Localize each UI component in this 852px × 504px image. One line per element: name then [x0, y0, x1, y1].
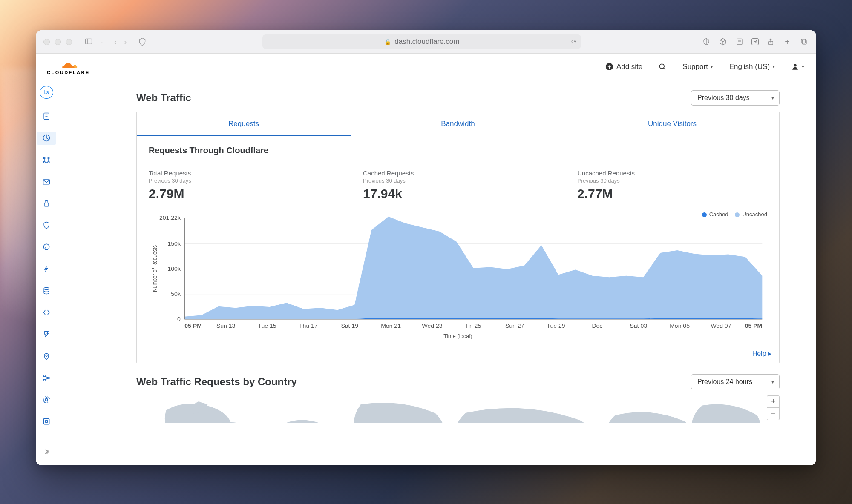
- add-site-button[interactable]: + Add site: [606, 63, 642, 71]
- help-link[interactable]: Help ▸: [752, 350, 771, 357]
- reader-icon[interactable]: [735, 37, 744, 46]
- support-menu[interactable]: Support▼: [682, 63, 714, 71]
- address-bar[interactable]: 🔒 dash.cloudflare.com ⟳: [262, 34, 581, 49]
- svg-point-25: [43, 375, 45, 377]
- tab-requests[interactable]: Requests: [137, 112, 351, 136]
- extension-r-icon[interactable]: R: [751, 38, 759, 45]
- sidebar-item-ssl[interactable]: [37, 197, 56, 210]
- traffic-range-select[interactable]: Previous 30 days ▼: [691, 90, 780, 106]
- cloud-icon: [58, 59, 79, 69]
- sidebar-item-workers[interactable]: [37, 306, 56, 319]
- cloudflare-logo[interactable]: CLOUDFLARE: [47, 59, 90, 75]
- minimize-window-button[interactable]: [55, 39, 61, 45]
- shield-half-icon[interactable]: [702, 37, 711, 46]
- cube-icon[interactable]: [718, 37, 728, 46]
- svg-text:150k: 150k: [168, 241, 181, 247]
- chevron-down-icon: ▼: [771, 64, 776, 69]
- svg-point-26: [47, 377, 49, 379]
- svg-point-28: [45, 398, 47, 401]
- svg-point-23: [44, 287, 49, 289]
- sidebar-item-network[interactable]: [37, 349, 56, 363]
- svg-point-24: [46, 355, 47, 356]
- reload-icon[interactable]: ⟳: [571, 38, 577, 46]
- svg-text:Fri 25: Fri 25: [466, 323, 481, 329]
- plus-circle-icon: +: [606, 63, 613, 70]
- svg-rect-21: [44, 203, 49, 206]
- map-zoom-out-button[interactable]: −: [767, 408, 779, 420]
- svg-line-10: [664, 68, 665, 69]
- svg-point-30: [45, 420, 48, 423]
- sidebar-item-custom-pages[interactable]: [37, 393, 56, 406]
- legend-dot-uncached: [735, 212, 740, 217]
- svg-point-9: [660, 64, 665, 69]
- map-zoom-controls: + −: [767, 395, 780, 420]
- svg-text:05 PM: 05 PM: [184, 323, 202, 329]
- sidebar-item-stream[interactable]: [37, 415, 56, 428]
- svg-point-11: [794, 64, 796, 66]
- tab-bandwidth[interactable]: Bandwidth: [351, 112, 565, 136]
- url-text: dash.cloudflare.com: [394, 37, 459, 46]
- zoom-window-button[interactable]: [66, 39, 72, 45]
- sidebar-item-traffic[interactable]: [37, 371, 56, 384]
- svg-text:Wed 23: Wed 23: [422, 323, 442, 329]
- stat-cached: Cached Requests Previous 30 days 17.94k: [351, 163, 565, 209]
- browser-window: ⌄ ‹ › 🔒 dash.cloudflare.com ⟳ R +: [36, 30, 816, 465]
- sidebar-item-overview[interactable]: [37, 110, 56, 123]
- svg-text:Sun 27: Sun 27: [505, 323, 524, 329]
- map-zoom-in-button[interactable]: +: [767, 396, 779, 408]
- svg-text:Mon 05: Mon 05: [670, 323, 690, 329]
- sidebar-toggle-icon[interactable]: [84, 37, 93, 46]
- search-icon[interactable]: [658, 62, 667, 72]
- logo-text: CLOUDFLARE: [47, 70, 90, 75]
- requests-chart: Cached Uncached 050k100k150k201.22kNumbe…: [149, 213, 767, 345]
- svg-text:0: 0: [177, 316, 181, 322]
- share-icon[interactable]: [766, 37, 775, 46]
- browser-titlebar: ⌄ ‹ › 🔒 dash.cloudflare.com ⟳ R +: [36, 30, 816, 54]
- language-menu[interactable]: English (US)▼: [729, 63, 776, 71]
- svg-text:Sat 19: Sat 19: [341, 323, 358, 329]
- chart-legend: Cached Uncached: [702, 211, 767, 218]
- nav-forward-button[interactable]: ›: [124, 37, 127, 47]
- svg-text:Number of Requests: Number of Requests: [151, 245, 158, 292]
- svg-text:05 PM: 05 PM: [745, 323, 763, 329]
- main-content: Web Traffic Previous 30 days ▼ Requests …: [57, 80, 816, 465]
- country-range-select[interactable]: Previous 24 hours ▼: [691, 374, 780, 389]
- sidebar-item-caching[interactable]: [37, 284, 56, 297]
- svg-rect-7: [802, 40, 806, 44]
- traffic-tabs: Requests Bandwidth Unique Visitors: [137, 112, 779, 136]
- svg-rect-0: [86, 39, 92, 44]
- svg-text:Mon 21: Mon 21: [381, 323, 401, 329]
- svg-rect-29: [43, 419, 49, 424]
- traffic-card: Requests Bandwidth Unique Visitors Reque…: [136, 112, 780, 363]
- sidebar-item-security[interactable]: [37, 219, 56, 232]
- sidebar-expand-button[interactable]: [37, 445, 56, 458]
- nav-back-button[interactable]: ‹: [114, 37, 117, 47]
- svg-rect-8: [801, 39, 806, 43]
- sidebar-item-access[interactable]: [37, 241, 56, 254]
- new-tab-icon[interactable]: +: [783, 37, 792, 46]
- tabs-overview-icon[interactable]: [799, 37, 809, 46]
- world-map-svg: [136, 395, 780, 423]
- user-menu[interactable]: ▼: [791, 63, 805, 71]
- close-window-button[interactable]: [43, 39, 50, 45]
- svg-text:201.22k: 201.22k: [159, 215, 181, 221]
- window-controls: [43, 39, 72, 45]
- account-badge[interactable]: I.s: [40, 86, 53, 99]
- section-title-traffic: Web Traffic: [136, 92, 191, 104]
- sidebar-item-analytics[interactable]: [37, 132, 56, 145]
- chevron-down-icon: ▼: [710, 64, 714, 69]
- chevron-down-icon: ▼: [801, 64, 805, 69]
- sidebar-item-rules[interactable]: [37, 328, 56, 341]
- svg-text:Tue 29: Tue 29: [547, 323, 565, 329]
- world-map[interactable]: + −: [136, 395, 780, 423]
- tab-unique-visitors[interactable]: Unique Visitors: [565, 112, 779, 136]
- svg-point-22: [43, 244, 49, 250]
- app-header: CLOUDFLARE + Add site Support▼ English (…: [36, 54, 816, 80]
- sidebar-item-dns[interactable]: [37, 153, 56, 166]
- chevron-down-icon: ▼: [771, 380, 775, 384]
- sidebar-item-email[interactable]: [37, 175, 56, 188]
- chart-title: Requests Through Cloudflare: [149, 146, 767, 155]
- svg-text:100k: 100k: [168, 266, 181, 272]
- privacy-report-icon[interactable]: [138, 37, 147, 46]
- sidebar-item-speed[interactable]: [37, 262, 56, 275]
